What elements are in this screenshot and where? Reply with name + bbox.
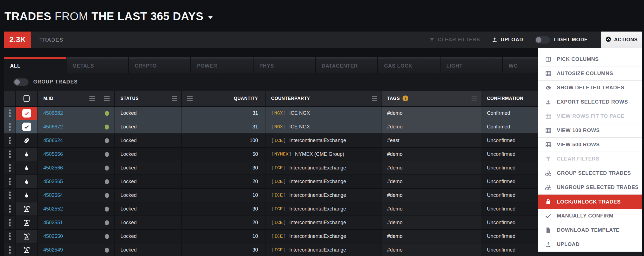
group-trades-toggle[interactable] (13, 78, 29, 86)
row-select-cell[interactable] (16, 148, 38, 161)
trade-id-link[interactable]: 4502550 (43, 233, 63, 239)
row-select-cell[interactable] (16, 161, 38, 174)
status-cell: Locked (115, 216, 182, 229)
exchange-code: ICE (271, 193, 286, 198)
tab-label: LIGHT (446, 63, 463, 69)
menu-item-export-selected-rows[interactable]: EXPORT SELECTED ROWS (538, 95, 642, 109)
menu-item-view-100-rows[interactable]: VIEW 100 ROWS (538, 123, 642, 138)
menu-item-download-template[interactable]: DOWNLOAD TEMPLATE (538, 223, 642, 237)
row-select-cell[interactable] (16, 230, 38, 243)
trade-id-link[interactable]: 4505556 (43, 151, 63, 157)
tags-cell: #demo (382, 175, 481, 188)
row-kebab-menu-icon[interactable] (9, 164, 11, 172)
column-header-statusdot[interactable] (99, 91, 115, 106)
quantity-cell: 30 (182, 161, 266, 174)
title-caret-down-icon[interactable] (208, 16, 213, 19)
row-select-cell[interactable] (16, 243, 38, 256)
row-select-cell[interactable] (16, 189, 38, 202)
tab-phys[interactable]: PHYS (254, 57, 315, 73)
trade-id-link[interactable]: 4506682 (43, 110, 63, 116)
row-select-cell[interactable] (16, 216, 38, 229)
menu-item-autosize-columns[interactable]: AUTOSIZE COLUMNS (538, 66, 642, 81)
grid-icon (545, 142, 551, 148)
row-select-cell[interactable] (16, 120, 38, 133)
row-kebab-menu-icon[interactable] (9, 178, 11, 185)
column-header-status[interactable]: STATUS (115, 91, 182, 106)
column-header-counterparty[interactable]: COUNTERPARTY (266, 91, 382, 106)
row-kebab-menu-icon[interactable] (9, 233, 11, 240)
status-dot (105, 166, 109, 171)
tab-metals[interactable]: METALS (67, 57, 128, 73)
upload-button[interactable]: UPLOAD (492, 37, 523, 43)
download-icon (545, 99, 551, 105)
tab-all[interactable]: ALL (4, 57, 66, 73)
row-kebab-menu-icon[interactable] (9, 192, 11, 199)
row-checkbox-checked[interactable] (22, 123, 31, 131)
tags-info-icon[interactable]: i (402, 95, 408, 101)
trade-id-link[interactable]: 4502564 (43, 192, 63, 198)
light-mode-label: LIGHT MODE (554, 37, 588, 43)
counterparty-cell: NGX ICE NGX (266, 107, 382, 120)
menu-item-show-deleted-trades[interactable]: SHOW DELETED TRADES (538, 81, 642, 95)
trade-id-link[interactable]: 4506624 (43, 138, 63, 143)
select-all-checkbox[interactable] (16, 91, 38, 106)
trade-id-link[interactable]: 4502565 (43, 179, 63, 185)
status-cell: Locked (115, 202, 182, 216)
menu-item-lock-unlock-trades[interactable]: LOCK/UNLOCK TRADES (538, 195, 642, 209)
menu-item-pick-columns[interactable]: PICK COLUMNS (538, 52, 642, 66)
row-kebab-menu-icon[interactable] (9, 205, 11, 213)
menu-item-group-selected-trades[interactable]: GROUP SELECTED TRADES (538, 166, 642, 180)
tab-light[interactable]: LIGHT (441, 57, 502, 73)
row-kebab-menu-icon[interactable] (9, 246, 11, 254)
row-select-cell[interactable] (16, 134, 38, 147)
chevron-up-circle-icon (605, 36, 611, 44)
row-kebab-menu-icon[interactable] (9, 123, 11, 131)
status-dot (105, 152, 109, 157)
status-cell: Locked (115, 134, 182, 147)
trade-id-link[interactable]: 4506672 (43, 124, 63, 130)
quantity-cell: 20 (182, 216, 266, 229)
trade-id-link[interactable]: 4502552 (43, 206, 63, 212)
row-kebab-menu-icon[interactable] (9, 150, 11, 158)
row-select-cell[interactable] (16, 175, 38, 188)
tab-crypto[interactable]: CRYPTO (129, 57, 190, 73)
flame-icon (23, 178, 30, 185)
tab-gas-lock[interactable]: GAS LOCK (378, 57, 440, 73)
exchange-code: ICE (271, 220, 286, 225)
menu-item-upload[interactable]: UPLOAD (538, 237, 642, 252)
column-menu-icon[interactable] (104, 96, 110, 101)
light-mode-toggle[interactable] (535, 36, 550, 44)
row-select-cell[interactable] (16, 107, 38, 120)
column-menu-icon[interactable] (89, 96, 95, 101)
counterparty-name: IntercontinentalExchange (289, 247, 346, 253)
row-kebab-menu-icon[interactable] (9, 219, 11, 226)
row-kebab-menu-icon[interactable] (9, 109, 11, 117)
menu-item-label: VIEW 500 ROWS (557, 142, 600, 148)
tab-power[interactable]: POWER (191, 57, 253, 73)
row-checkbox-checked[interactable] (22, 109, 31, 118)
upload-label: UPLOAD (501, 37, 523, 43)
actions-button[interactable]: ACTIONS (601, 32, 642, 48)
column-header-mid[interactable]: M.ID (38, 91, 99, 106)
status-dot (105, 111, 109, 116)
counterparty-cell: ICE IntercontinentalExchange (266, 230, 382, 243)
trade-id-link[interactable]: 4502551 (43, 220, 63, 226)
trade-id-link[interactable]: 4502566 (43, 165, 63, 171)
column-menu-icon[interactable] (372, 96, 377, 101)
row-kebab-menu-icon[interactable] (9, 137, 11, 144)
counterparty-cell: ICE IntercontinentalExchange (266, 189, 382, 202)
menu-item-manually-confirm[interactable]: MANUALLY CONFIRM (538, 209, 642, 223)
column-menu-icon[interactable] (172, 96, 177, 101)
menu-item-ungroup-selected-trades[interactable]: UNGROUP SELECTED TRADES (538, 180, 642, 195)
exchange-code: ICE (271, 206, 286, 212)
quantity-cell: 10 (182, 189, 266, 202)
trade-id-link[interactable]: 4502549 (43, 247, 63, 253)
tab-datacenter[interactable]: DATACENTER (316, 57, 377, 73)
column-menu-icon[interactable] (472, 96, 477, 101)
menu-item-view-500-rows[interactable]: VIEW 500 ROWS (538, 138, 642, 152)
column-header-quantity[interactable]: QUANTITY (182, 91, 266, 106)
column-menu-icon[interactable] (187, 96, 193, 101)
pumpjack-icon (23, 246, 30, 254)
row-select-cell[interactable] (16, 202, 38, 216)
column-header-tags[interactable]: TAGS i (382, 91, 481, 106)
